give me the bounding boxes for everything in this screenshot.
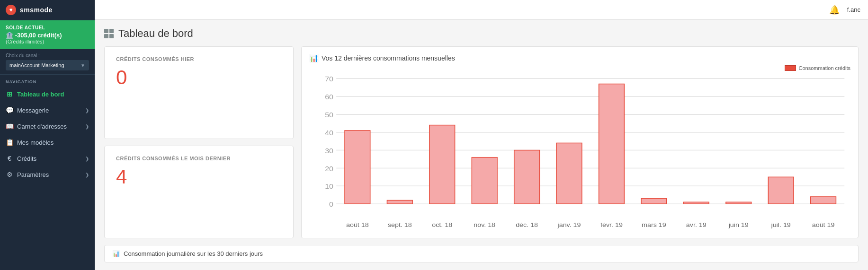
svg-rect-22 xyxy=(472,157,497,204)
sidebar-channel: Choix du canal : mainAccount-Marketing ▼ xyxy=(0,49,95,75)
credits-label: Crédits xyxy=(17,155,36,162)
svg-text:déc. 18: déc. 18 xyxy=(516,221,538,228)
card-yesterday-label: CRÉDITS CONSOMMÉS HIER xyxy=(116,56,282,62)
balance-icon: 🏦 xyxy=(6,32,15,39)
balance-value: -305,00 crédit(s) xyxy=(15,32,62,39)
topbar: 🔔 f.anc xyxy=(95,0,868,20)
svg-text:40: 40 xyxy=(325,129,333,137)
card-yesterday-value: 0 xyxy=(116,68,282,87)
sidebar-item-carnet[interactable]: 📖 Carnet d'adresses ❯ xyxy=(0,118,95,134)
card-yesterday: CRÉDITS CONSOMMÉS HIER 0 xyxy=(104,46,294,139)
channel-value: mainAccount-Marketing xyxy=(9,62,64,68)
logo-text: smsmode xyxy=(20,6,53,14)
daily-chart-row: 📊 Consommation journalière sur les 30 de… xyxy=(104,245,859,262)
card-lastmonth-label: CRÉDITS CONSOMMÉS LE MOIS DERNIER xyxy=(116,156,282,161)
channel-label: Choix du canal : xyxy=(6,53,89,58)
chart-legend: Consommation crédits xyxy=(309,65,850,71)
messagerie-chevron-icon: ❯ xyxy=(85,108,89,113)
credits-chevron-icon: ❯ xyxy=(85,156,89,161)
svg-text:juil. 19: juil. 19 xyxy=(771,221,791,228)
dashboard-icon: ⊞ xyxy=(6,90,13,98)
svg-text:60: 60 xyxy=(325,93,333,101)
sidebar-item-modeles[interactable]: 📋 Mes modèles xyxy=(0,134,95,150)
sidebar-balance: SOLDE ACTUEL 🏦 -305,00 crédit(s) (Crédit… xyxy=(0,20,95,49)
carnet-chevron-icon: ❯ xyxy=(85,124,89,129)
svg-text:30: 30 xyxy=(325,147,333,155)
svg-rect-16 xyxy=(345,131,370,204)
carnet-label: Carnet d'adresses xyxy=(17,123,67,130)
balance-label: SOLDE ACTUEL xyxy=(6,25,89,30)
monthly-chart-panel: 📊 Vos 12 dernières consommations mensuel… xyxy=(301,46,859,238)
main-content: 🔔 f.anc Tableau de bord CRÉDITS CONSOMMÉ… xyxy=(95,0,868,270)
dashboard-row: CRÉDITS CONSOMMÉS HIER 0 CRÉDITS CONSOMM… xyxy=(104,46,859,238)
sidebar-item-credits[interactable]: € Crédits ❯ xyxy=(0,150,95,166)
channel-chevron-icon: ▼ xyxy=(81,63,85,68)
chart-bar-icon: 📊 xyxy=(309,53,319,62)
svg-text:août 19: août 19 xyxy=(812,221,835,228)
svg-text:50: 50 xyxy=(325,111,333,119)
svg-rect-38 xyxy=(811,197,836,204)
svg-text:avr. 19: avr. 19 xyxy=(686,221,707,228)
svg-text:nov. 18: nov. 18 xyxy=(474,221,495,228)
svg-rect-28 xyxy=(599,84,625,204)
daily-chart-icon: 📊 xyxy=(112,250,120,257)
parametres-icon: ⚙ xyxy=(6,171,13,178)
dashboard-icon xyxy=(104,29,114,38)
monthly-chart-header: 📊 Vos 12 dernières consommations mensuel… xyxy=(309,53,850,62)
parametres-label: Paramètres xyxy=(17,171,49,178)
svg-rect-30 xyxy=(641,199,667,204)
svg-text:10: 10 xyxy=(325,183,333,191)
sidebar-nav: ⊞ Tableau de bord 💬 Messagerie ❯ 📖 Carne… xyxy=(0,86,95,183)
logo-icon: ♥ xyxy=(6,5,16,15)
monthly-chart-title: Vos 12 dernières consommations mensuelle… xyxy=(322,54,455,62)
modeles-icon: 📋 xyxy=(6,139,13,146)
sidebar-item-parametres[interactable]: ⚙ Paramètres ❯ xyxy=(0,166,95,183)
svg-text:mars 19: mars 19 xyxy=(642,221,666,228)
sidebar-item-messagerie[interactable]: 💬 Messagerie ❯ xyxy=(0,102,95,118)
balance-amount: 🏦 -305,00 crédit(s) xyxy=(6,32,89,39)
credits-icon: € xyxy=(6,155,13,162)
carnet-icon: 📖 xyxy=(6,122,13,130)
sidebar-item-dashboard[interactable]: ⊞ Tableau de bord xyxy=(0,86,95,102)
notification-bell-icon[interactable]: 🔔 xyxy=(829,5,840,15)
messagerie-label: Messagerie xyxy=(17,107,49,114)
card-lastmonth: CRÉDITS CONSOMMÉS LE MOIS DERNIER 4 xyxy=(104,146,294,238)
legend-color xyxy=(785,65,796,71)
svg-text:70: 70 xyxy=(325,75,333,83)
dashboard-label: Tableau de bord xyxy=(17,91,64,98)
parametres-chevron-icon: ❯ xyxy=(85,172,89,177)
svg-text:0: 0 xyxy=(329,200,333,209)
user-name: f.anc xyxy=(847,6,860,13)
svg-rect-36 xyxy=(768,177,794,204)
svg-text:oct. 18: oct. 18 xyxy=(432,221,452,228)
page-title-text: Tableau de bord xyxy=(118,27,193,40)
svg-text:20: 20 xyxy=(325,165,333,173)
svg-text:août 18: août 18 xyxy=(346,221,369,228)
monthly-chart-svg: 010203040506070août 18sept. 18oct. 18nov… xyxy=(309,73,850,231)
svg-text:sept. 18: sept. 18 xyxy=(388,221,412,228)
modeles-label: Mes modèles xyxy=(17,139,54,146)
balance-sub: (Crédits illimités) xyxy=(6,39,89,44)
nav-label: NAVIGATION xyxy=(0,75,95,86)
svg-rect-26 xyxy=(556,143,582,204)
svg-rect-24 xyxy=(514,150,540,204)
channel-select[interactable]: mainAccount-Marketing ▼ xyxy=(6,60,89,70)
svg-rect-18 xyxy=(387,200,412,204)
svg-text:juin 19: juin 19 xyxy=(728,221,749,228)
sidebar: ♥ smsmode SOLDE ACTUEL 🏦 -305,00 crédit(… xyxy=(0,0,95,270)
daily-chart-title: Consommation journalière sur les 30 dern… xyxy=(124,250,263,257)
card-lastmonth-value: 4 xyxy=(116,167,282,187)
svg-rect-20 xyxy=(430,125,455,204)
cards-column: CRÉDITS CONSOMMÉS HIER 0 CRÉDITS CONSOMM… xyxy=(104,46,294,238)
messagerie-icon: 💬 xyxy=(6,106,13,114)
svg-rect-34 xyxy=(726,202,752,204)
svg-rect-32 xyxy=(683,202,709,204)
page-title: Tableau de bord xyxy=(104,27,859,40)
page-content: Tableau de bord CRÉDITS CONSOMMÉS HIER 0… xyxy=(95,20,868,270)
svg-text:févr. 19: févr. 19 xyxy=(600,221,623,228)
svg-text:janv. 19: janv. 19 xyxy=(557,221,581,228)
legend-label: Consommation crédits xyxy=(799,65,850,71)
sidebar-logo: ♥ smsmode xyxy=(0,0,95,20)
